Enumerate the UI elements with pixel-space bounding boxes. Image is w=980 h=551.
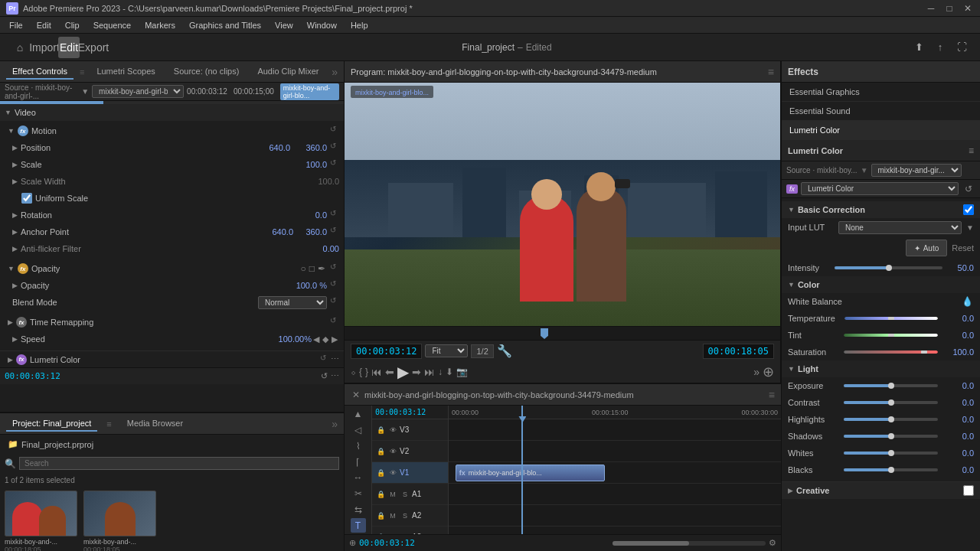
basic-correction-header[interactable]: ▼ Basic Correction: [782, 201, 980, 218]
v1-clip[interactable]: fx mixkit-boy-and-girl-blo...: [456, 465, 605, 481]
rotation-reset[interactable]: ↺: [327, 209, 339, 221]
temperature-thumb[interactable]: [888, 317, 894, 320]
source-clip-dropdown[interactable]: mixkit-boy-and-girl-blo...: [92, 85, 184, 98]
speed-value[interactable]: 100.00%: [279, 334, 312, 344]
saturation-thumb[interactable]: [921, 350, 927, 354]
edit-button[interactable]: Edit: [58, 37, 80, 58]
tint-slider[interactable]: [844, 334, 938, 337]
contrast-slider[interactable]: [844, 401, 938, 404]
close-button[interactable]: ✕: [962, 2, 974, 15]
v1-eye-btn[interactable]: 👁: [387, 468, 398, 478]
menu-window[interactable]: Window: [301, 19, 343, 31]
scale-reset[interactable]: ↺: [327, 158, 339, 171]
shadows-slider[interactable]: [844, 435, 938, 438]
v2-lock-btn[interactable]: 🔒: [375, 446, 386, 457]
v3-eye-btn[interactable]: 👁: [387, 425, 398, 435]
input-lut-dropdown[interactable]: None: [838, 221, 962, 234]
tl-settings-btn[interactable]: ⚙: [769, 538, 776, 548]
menu-sequence[interactable]: Sequence: [87, 19, 138, 31]
input-lut-expand[interactable]: ▼: [966, 223, 974, 232]
lumetri-fx-reset[interactable]: ↺: [962, 182, 975, 196]
v3-lock-btn[interactable]: 🔒: [375, 425, 386, 435]
timeline-close-btn[interactable]: ✕: [351, 390, 361, 400]
blacks-thumb[interactable]: [888, 467, 894, 473]
ec-more[interactable]: ⋯: [331, 371, 339, 381]
menu-view[interactable]: View: [269, 19, 299, 31]
position-y-value[interactable]: 360.0: [296, 143, 327, 152]
a2-m-btn[interactable]: M: [387, 510, 398, 521]
reset-button[interactable]: Reset: [952, 243, 974, 253]
tl-select-tool[interactable]: ▲: [351, 407, 366, 422]
motion-reset[interactable]: ↺: [327, 125, 339, 137]
speed-nav-left[interactable]: ◀: [313, 334, 319, 344]
opacity-reset[interactable]: ↺: [327, 262, 339, 275]
menu-markers[interactable]: Markers: [139, 19, 181, 31]
temperature-slider[interactable]: [844, 317, 938, 320]
speed-nav-diamond[interactable]: ◆: [322, 334, 328, 344]
saturation-slider[interactable]: [844, 350, 938, 354]
whites-thumb[interactable]: [888, 450, 894, 456]
blend-mode-dropdown[interactable]: Normal Dissolve Darken Multiply Screen O…: [258, 296, 327, 309]
anchor-reset[interactable]: ↺: [327, 226, 339, 238]
contrast-value[interactable]: 0.0: [947, 398, 974, 407]
speed-nav-right[interactable]: ▶: [332, 334, 338, 344]
a2-lock-btn[interactable]: 🔒: [375, 510, 386, 521]
a2-track[interactable]: [449, 505, 781, 527]
v1-lock-btn[interactable]: 🔒: [375, 468, 386, 478]
pen-shape-btn[interactable]: ✒: [318, 263, 325, 274]
a1-track[interactable]: [449, 484, 781, 505]
minimize-button[interactable]: ─: [925, 2, 937, 15]
tab-project[interactable]: Project: Final_project: [6, 416, 97, 432]
saturation-value[interactable]: 100.0: [947, 347, 974, 357]
menu-file[interactable]: File: [3, 19, 29, 31]
a1-s-btn[interactable]: S: [400, 489, 410, 500]
tab-lumetri-scopes[interactable]: Lumetri Scopes: [90, 64, 161, 80]
effects-lumetri-color[interactable]: Lumetri Color: [782, 121, 980, 140]
panel-more-icon[interactable]: »: [332, 66, 338, 78]
tl-pen-tool[interactable]: T: [351, 518, 366, 533]
lumetri-fx-dropdown[interactable]: Lumetri Color: [801, 182, 959, 195]
play-btn[interactable]: ▶: [397, 363, 409, 381]
exposure-slider[interactable]: [844, 384, 938, 387]
tab-audio-mix[interactable]: Audio Clip Mixer: [251, 64, 325, 80]
project-file-row[interactable]: 📁 Final_project.prproj: [5, 438, 339, 451]
exposure-value[interactable]: 0.0: [947, 381, 974, 390]
highlights-thumb[interactable]: [888, 416, 894, 422]
maximize-button[interactable]: □: [943, 2, 956, 15]
tl-track-select-tool[interactable]: ◁: [351, 423, 366, 438]
tl-ripple-tool[interactable]: ⌇: [351, 439, 366, 454]
opacity-percent-value[interactable]: 100.0 %: [296, 281, 327, 290]
menu-graphics[interactable]: Graphics and Titles: [183, 19, 267, 31]
project-search-input[interactable]: [19, 457, 339, 470]
a1-m-btn[interactable]: M: [387, 489, 398, 500]
shadows-value[interactable]: 0.0: [947, 432, 974, 441]
anchor-x-value[interactable]: 640.0: [263, 227, 293, 236]
creative-section-header[interactable]: ▶ Creative: [782, 482, 980, 499]
tab-source[interactable]: Source: (no clips): [168, 64, 246, 80]
export-frame-btn[interactable]: 📷: [456, 367, 468, 377]
mark-in-btn[interactable]: {: [359, 367, 362, 377]
contrast-thumb[interactable]: [888, 399, 894, 406]
intensity-slider[interactable]: [835, 266, 942, 269]
tint-value[interactable]: 0.0: [947, 331, 974, 340]
rect-shape-btn[interactable]: □: [309, 263, 315, 274]
publish-icon[interactable]: ↑: [931, 38, 949, 57]
share-icon[interactable]: ⬆: [910, 38, 928, 57]
highlights-value[interactable]: 0.0: [947, 415, 974, 424]
timeline-settings-btn[interactable]: ≡: [769, 389, 775, 401]
insert-btn[interactable]: ↓: [438, 367, 443, 377]
menu-clip[interactable]: Clip: [59, 19, 86, 31]
wrench-icon[interactable]: 🔧: [497, 344, 512, 358]
project-panel-more[interactable]: »: [332, 418, 338, 430]
clip-name-badge[interactable]: mixkit-boy-and-girl-blo...: [280, 83, 339, 100]
tl-slip-tool[interactable]: ⇆: [351, 503, 366, 517]
monitor-more-btn[interactable]: »: [753, 366, 760, 378]
blacks-slider[interactable]: [844, 468, 938, 471]
position-reset[interactable]: ↺: [327, 142, 339, 154]
creative-enable[interactable]: [963, 485, 974, 496]
lumetri-row-more[interactable]: ⋯: [331, 354, 339, 364]
blend-reset[interactable]: ↺: [327, 296, 339, 308]
exposure-thumb[interactable]: [888, 383, 894, 389]
a3-track[interactable]: S S: [449, 527, 781, 534]
a1-lock-btn[interactable]: 🔒: [375, 489, 386, 500]
